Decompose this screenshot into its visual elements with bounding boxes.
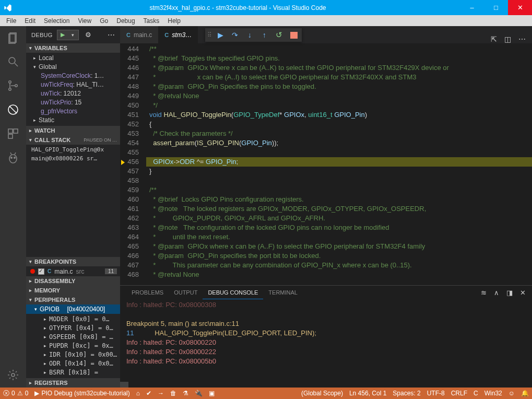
code-content[interactable]: /** * @brief Toggles the specified GPIO … <box>146 43 532 285</box>
panel-tab-debugconsole[interactable]: DEBUG CONSOLE <box>203 286 263 299</box>
minimize-button[interactable]: – <box>460 0 484 15</box>
menu-debug[interactable]: Debug <box>112 17 139 25</box>
restart-button[interactable]: ↺ <box>271 30 286 40</box>
peripheral-register[interactable]: ▸ODR [0x14] = 0x0… <box>26 359 120 368</box>
menu-help[interactable]: Help <box>163 17 185 25</box>
variable-row[interactable]: SystemCoreClock: 1… <box>26 71 120 80</box>
breakpoint-row[interactable]: C main.c src 11 <box>26 266 120 276</box>
tab-stm32-hal[interactable]: Cstm3… <box>158 26 198 43</box>
tab-mainc[interactable]: Cmain.c <box>120 26 158 43</box>
panel-tab-terminal[interactable]: TERMINAL <box>263 286 303 299</box>
scope-global[interactable]: ▾Global <box>26 62 120 71</box>
status-language[interactable]: C <box>470 388 481 399</box>
code-editor[interactable]: 4444454464474484494504514524534544554564… <box>120 43 532 285</box>
variable-row[interactable]: uwTickFreq: HAL_TI… <box>26 80 120 89</box>
panel-up-icon[interactable]: ∧ <box>494 289 499 297</box>
debug-config-selector[interactable]: ▶ ▾ <box>57 30 79 40</box>
debug-config-dropdown[interactable]: ▾ <box>68 30 78 40</box>
menu-go[interactable]: Go <box>96 17 112 25</box>
peripheral-register[interactable]: ▸OTYPER [0x4] = 0… <box>26 323 120 332</box>
scope-static[interactable]: ▸Static <box>26 115 120 124</box>
drag-grip-icon[interactable]: ⠿ <box>205 31 213 39</box>
peripheral-register[interactable]: ▸PUPDR [0xc] = 0x… <box>26 341 120 350</box>
callstack-frame[interactable]: HAL_GPIO_TogglePin@0x <box>26 145 120 154</box>
svg-point-13 <box>11 157 12 158</box>
panel-tab-problems[interactable]: PROBLEMS <box>126 286 169 299</box>
debug-label: DEBUG <box>31 32 53 38</box>
peripheral-register[interactable]: ▸BSRR [0x18] = <box>26 368 120 377</box>
more-editor-icon[interactable]: ⋯ <box>518 35 526 43</box>
line-gutter[interactable]: 4444454464474484494504514524534544554564… <box>120 43 146 285</box>
scope-local[interactable]: ▸Local <box>26 53 120 62</box>
status-errors[interactable]: ⓧ0⚠0 <box>0 388 31 399</box>
menu-tasks[interactable]: Tasks <box>139 17 164 25</box>
panel-close-icon[interactable]: ✕ <box>520 289 526 297</box>
step-into-button[interactable]: ↓ <box>242 31 257 39</box>
close-button[interactable]: ✕ <box>508 0 532 15</box>
menu-file[interactable]: File <box>2 17 20 25</box>
more-icon[interactable]: ⋯ <box>108 31 115 39</box>
status-terminal-icon[interactable]: ▣ <box>206 388 218 399</box>
status-spaces[interactable]: Spaces: 2 <box>389 388 423 399</box>
continue-button[interactable]: ▶ <box>213 31 228 39</box>
menu-edit[interactable]: Edit <box>20 17 40 25</box>
compare-icon[interactable]: ⇱ <box>491 35 497 43</box>
breakpoint-dir: src <box>76 268 85 275</box>
disassembly-header[interactable]: ▸DISASSEMBLY <box>26 276 120 286</box>
variable-row[interactable]: uwTickPrio: 15 <box>26 98 120 107</box>
peripherals-header[interactable]: ▾PERIPHERALS <box>26 295 120 304</box>
status-plug-icon[interactable]: 🔌 <box>192 388 206 399</box>
callstack-frame[interactable]: main@0x08000226 sr… <box>26 154 120 163</box>
menu-view[interactable]: View <box>74 17 96 25</box>
debug-toolbar[interactable]: ⠿ ▶ ↷ ↓ ↑ ↺ <box>205 28 302 42</box>
extensions-icon[interactable] <box>6 126 20 141</box>
variable-row[interactable]: g_pfnVectors <box>26 107 120 115</box>
status-encoding[interactable]: UTF-8 <box>424 388 448 399</box>
peripheral-register[interactable]: ▸OSPEEDR [0x8] = … <box>26 332 120 341</box>
debug-settings-icon[interactable]: ⚙ <box>85 31 91 39</box>
status-debug-task[interactable]: ▶PIO Debug (stm32cube-tutorial) <box>31 388 133 399</box>
panel-maximize-icon[interactable]: ◨ <box>506 289 513 297</box>
window-title: stm32f4xx_hal_gpio.c - stm32cube-tutoria… <box>16 4 460 11</box>
step-out-button[interactable]: ↑ <box>257 31 271 39</box>
status-check-icon[interactable]: ✔ <box>143 388 155 399</box>
status-eol[interactable]: CRLF <box>448 388 470 399</box>
platformio-icon[interactable] <box>6 150 20 165</box>
status-platform[interactable]: Win32 <box>481 388 505 399</box>
panel-tab-output[interactable]: OUTPUT <box>169 286 203 299</box>
source-control-icon[interactable] <box>6 78 20 93</box>
variable-row[interactable]: uwTick: 12012 <box>26 89 120 98</box>
settings-icon[interactable] <box>6 368 20 382</box>
maximize-button[interactable]: □ <box>484 0 508 15</box>
memory-header[interactable]: ▸MEMORY <box>26 286 120 295</box>
status-position[interactable]: Ln 456, Col 1 <box>346 388 389 399</box>
search-icon[interactable] <box>6 54 20 69</box>
split-editor-icon[interactable]: ◫ <box>504 35 511 43</box>
menu-selection[interactable]: Selection <box>40 17 74 25</box>
callstack-header[interactable]: ▾CALL STACKPAUSED ON … <box>26 135 120 145</box>
peripheral-register[interactable]: ▸MODER [0x0] = 0… <box>26 314 120 323</box>
status-trash-icon[interactable]: 🗑 <box>167 388 180 399</box>
scrollbar-thumb[interactable] <box>120 382 128 388</box>
watch-header[interactable]: ▸WATCH <box>26 126 120 135</box>
status-arrow-icon[interactable]: → <box>155 388 167 399</box>
peripheral-register[interactable]: ▸IDR [0x10] = 0x00… <box>26 350 120 359</box>
peripheral-gpiob[interactable]: ▾GPIOB [0x40020400] <box>26 304 120 314</box>
clear-console-icon[interactable]: ≋ <box>481 289 487 297</box>
status-bell-icon[interactable]: 🔔 <box>518 388 532 399</box>
debug-icon[interactable] <box>6 102 20 117</box>
registers-header[interactable]: ▸REGISTERS <box>26 378 120 388</box>
stop-button[interactable] <box>290 32 298 39</box>
status-beaker-icon[interactable]: ⚗ <box>180 388 192 399</box>
breakpoints-header[interactable]: ▾BREAKPOINTS <box>26 257 120 266</box>
status-scope[interactable]: (Global Scope) <box>298 388 346 399</box>
breakpoint-checkbox[interactable] <box>38 268 44 275</box>
debug-console-output[interactable]: Info : halted: PC: 0x08000308Breakpoint … <box>120 299 532 382</box>
horizontal-scrollbar[interactable] <box>120 382 532 388</box>
explorer-icon[interactable] <box>6 30 20 45</box>
start-debug-button[interactable]: ▶ <box>57 30 68 40</box>
status-home-icon[interactable]: ⌂ <box>133 388 143 399</box>
status-feedback-icon[interactable]: ☺ <box>505 388 518 399</box>
variables-header[interactable]: ▾VARIABLES <box>26 43 120 53</box>
step-over-button[interactable]: ↷ <box>228 31 242 39</box>
